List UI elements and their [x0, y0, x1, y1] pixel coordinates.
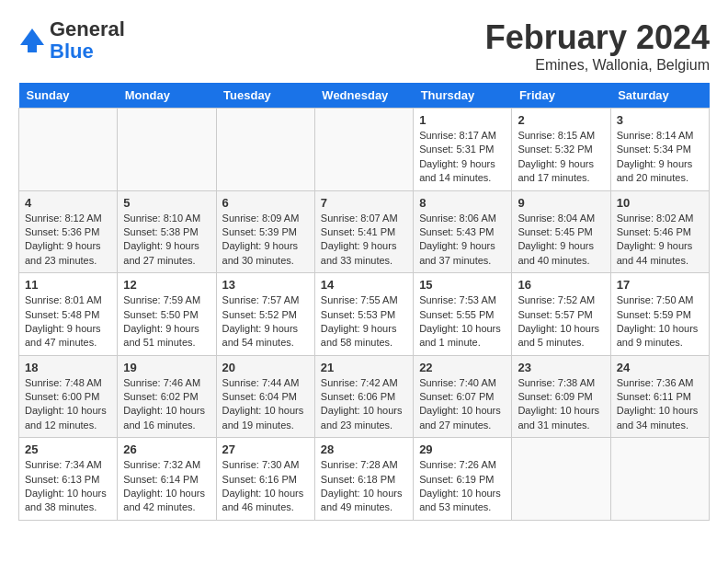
day-number-28: 28	[321, 442, 407, 456]
day-number-4: 4	[25, 196, 111, 210]
day-info-8: Sunrise: 8:06 AMSunset: 5:43 PMDaylight:…	[419, 212, 506, 269]
cell-1-1: 5Sunrise: 8:10 AMSunset: 5:38 PMDaylight…	[118, 190, 216, 273]
svg-marker-0	[20, 29, 44, 45]
cell-0-6: 3Sunrise: 8:14 AMSunset: 5:34 PMDaylight…	[610, 109, 709, 191]
cell-3-5: 23Sunrise: 7:38 AMSunset: 6:09 PMDayligh…	[512, 355, 610, 438]
day-info-13: Sunrise: 7:57 AMSunset: 5:52 PMDaylight:…	[222, 293, 309, 350]
cell-3-1: 19Sunrise: 7:46 AMSunset: 6:02 PMDayligh…	[118, 355, 216, 438]
day-number-13: 13	[222, 278, 309, 292]
day-info-28: Sunrise: 7:28 AMSunset: 6:18 PMDaylight:…	[321, 458, 407, 515]
header-sunday: Sunday	[19, 83, 118, 109]
day-number-22: 22	[419, 361, 506, 374]
svg-rect-1	[28, 45, 37, 52]
cell-3-4: 22Sunrise: 7:40 AMSunset: 6:07 PMDayligh…	[414, 355, 512, 438]
main-title: February 2024	[485, 18, 710, 57]
logo-line1: General	[50, 18, 125, 40]
cell-1-0: 4Sunrise: 8:12 AMSunset: 5:36 PMDaylight…	[19, 190, 118, 273]
day-info-20: Sunrise: 7:44 AMSunset: 6:04 PMDaylight:…	[222, 376, 309, 433]
day-number-3: 3	[617, 113, 703, 127]
header-saturday: Saturday	[610, 83, 709, 109]
cell-4-1: 26Sunrise: 7:32 AMSunset: 6:14 PMDayligh…	[118, 438, 216, 521]
day-info-2: Sunrise: 8:15 AMSunset: 5:32 PMDaylight:…	[518, 129, 604, 186]
calendar-table: SundayMondayTuesdayWednesdayThursdayFrid…	[18, 83, 710, 521]
cell-0-2	[216, 109, 314, 191]
day-number-21: 21	[321, 361, 407, 374]
cell-0-1	[118, 109, 216, 191]
day-number-26: 26	[123, 442, 210, 456]
cell-4-6	[610, 438, 709, 521]
day-info-26: Sunrise: 7:32 AMSunset: 6:14 PMDaylight:…	[123, 458, 210, 515]
day-number-6: 6	[222, 196, 309, 210]
day-info-5: Sunrise: 8:10 AMSunset: 5:38 PMDaylight:…	[123, 212, 210, 269]
day-info-16: Sunrise: 7:52 AMSunset: 5:57 PMDaylight:…	[518, 293, 604, 350]
day-info-23: Sunrise: 7:38 AMSunset: 6:09 PMDaylight:…	[518, 376, 604, 433]
day-info-29: Sunrise: 7:26 AMSunset: 6:19 PMDaylight:…	[419, 458, 506, 515]
day-number-5: 5	[123, 196, 210, 210]
header-monday: Monday	[118, 83, 216, 109]
day-info-1: Sunrise: 8:17 AMSunset: 5:31 PMDaylight:…	[419, 129, 506, 186]
day-info-24: Sunrise: 7:36 AMSunset: 6:11 PMDaylight:…	[617, 376, 703, 433]
header-thursday: Thursday	[414, 83, 512, 109]
cell-0-5: 2Sunrise: 8:15 AMSunset: 5:32 PMDaylight…	[512, 109, 610, 191]
week-row-1: 4Sunrise: 8:12 AMSunset: 5:36 PMDaylight…	[19, 190, 710, 273]
day-info-15: Sunrise: 7:53 AMSunset: 5:55 PMDaylight:…	[419, 293, 506, 350]
logo-line2: Blue	[50, 40, 125, 63]
cell-2-0: 11Sunrise: 8:01 AMSunset: 5:48 PMDayligh…	[19, 273, 118, 356]
cell-0-3	[314, 109, 413, 191]
header-row: SundayMondayTuesdayWednesdayThursdayFrid…	[19, 83, 710, 109]
day-number-9: 9	[518, 196, 604, 210]
day-info-17: Sunrise: 7:50 AMSunset: 5:59 PMDaylight:…	[617, 293, 703, 350]
cell-3-3: 21Sunrise: 7:42 AMSunset: 6:06 PMDayligh…	[314, 355, 413, 438]
day-number-15: 15	[419, 278, 506, 292]
day-number-27: 27	[222, 442, 309, 456]
day-info-19: Sunrise: 7:46 AMSunset: 6:02 PMDaylight:…	[123, 376, 210, 433]
cell-2-6: 17Sunrise: 7:50 AMSunset: 5:59 PMDayligh…	[610, 273, 709, 356]
day-number-24: 24	[617, 361, 703, 374]
day-info-9: Sunrise: 8:04 AMSunset: 5:45 PMDaylight:…	[518, 212, 604, 269]
week-row-3: 18Sunrise: 7:48 AMSunset: 6:00 PMDayligh…	[19, 355, 710, 438]
day-number-19: 19	[123, 361, 210, 374]
day-info-10: Sunrise: 8:02 AMSunset: 5:46 PMDaylight:…	[617, 212, 703, 269]
cell-1-2: 6Sunrise: 8:09 AMSunset: 5:39 PMDaylight…	[216, 190, 314, 273]
cell-3-2: 20Sunrise: 7:44 AMSunset: 6:04 PMDayligh…	[216, 355, 314, 438]
day-info-12: Sunrise: 7:59 AMSunset: 5:50 PMDaylight:…	[123, 293, 210, 350]
subtitle: Emines, Wallonia, Belgium	[485, 57, 710, 74]
cell-1-4: 8Sunrise: 8:06 AMSunset: 5:43 PMDaylight…	[414, 190, 512, 273]
day-number-1: 1	[419, 113, 506, 127]
day-info-25: Sunrise: 7:34 AMSunset: 6:13 PMDaylight:…	[25, 458, 111, 515]
day-number-23: 23	[518, 361, 604, 374]
day-number-29: 29	[419, 442, 506, 456]
day-info-3: Sunrise: 8:14 AMSunset: 5:34 PMDaylight:…	[617, 129, 703, 186]
day-number-25: 25	[25, 442, 111, 456]
cell-3-0: 18Sunrise: 7:48 AMSunset: 6:00 PMDayligh…	[19, 355, 118, 438]
day-info-22: Sunrise: 7:40 AMSunset: 6:07 PMDaylight:…	[419, 376, 506, 433]
header: General Blue February 2024 Emines, Wallo…	[18, 18, 710, 74]
header-wednesday: Wednesday	[314, 83, 413, 109]
cell-4-3: 28Sunrise: 7:28 AMSunset: 6:18 PMDayligh…	[314, 438, 413, 521]
week-row-0: 1Sunrise: 8:17 AMSunset: 5:31 PMDaylight…	[19, 109, 710, 191]
day-number-2: 2	[518, 113, 604, 127]
cell-4-4: 29Sunrise: 7:26 AMSunset: 6:19 PMDayligh…	[414, 438, 512, 521]
cell-1-3: 7Sunrise: 8:07 AMSunset: 5:41 PMDaylight…	[314, 190, 413, 273]
logo: General Blue	[18, 18, 125, 63]
cell-4-2: 27Sunrise: 7:30 AMSunset: 6:16 PMDayligh…	[216, 438, 314, 521]
day-number-18: 18	[25, 361, 111, 374]
logo-icon	[18, 27, 46, 54]
day-number-14: 14	[321, 278, 407, 292]
header-friday: Friday	[512, 83, 610, 109]
cell-4-0: 25Sunrise: 7:34 AMSunset: 6:13 PMDayligh…	[19, 438, 118, 521]
day-info-11: Sunrise: 8:01 AMSunset: 5:48 PMDaylight:…	[25, 293, 111, 350]
cell-2-4: 15Sunrise: 7:53 AMSunset: 5:55 PMDayligh…	[414, 273, 512, 356]
cell-2-1: 12Sunrise: 7:59 AMSunset: 5:50 PMDayligh…	[118, 273, 216, 356]
cell-2-2: 13Sunrise: 7:57 AMSunset: 5:52 PMDayligh…	[216, 273, 314, 356]
day-number-20: 20	[222, 361, 309, 374]
day-info-27: Sunrise: 7:30 AMSunset: 6:16 PMDaylight:…	[222, 458, 309, 515]
day-number-11: 11	[25, 278, 111, 292]
cell-1-6: 10Sunrise: 8:02 AMSunset: 5:46 PMDayligh…	[610, 190, 709, 273]
day-number-12: 12	[123, 278, 210, 292]
cell-2-3: 14Sunrise: 7:55 AMSunset: 5:53 PMDayligh…	[314, 273, 413, 356]
day-info-4: Sunrise: 8:12 AMSunset: 5:36 PMDaylight:…	[25, 212, 111, 269]
header-tuesday: Tuesday	[216, 83, 314, 109]
week-row-4: 25Sunrise: 7:34 AMSunset: 6:13 PMDayligh…	[19, 438, 710, 521]
cell-0-0	[19, 109, 118, 191]
